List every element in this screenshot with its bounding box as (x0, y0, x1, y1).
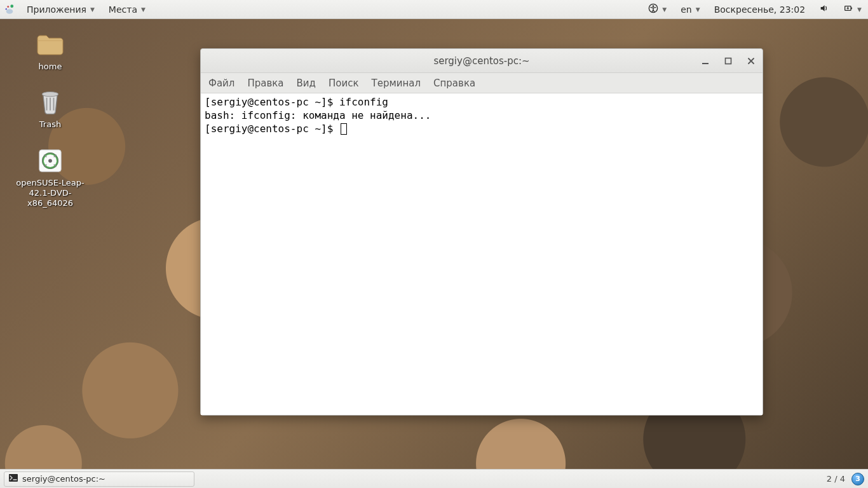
terminal-cursor (341, 123, 347, 135)
clock-label[interactable]: Воскресенье, 23:02 (712, 0, 808, 19)
terminal-line: [sergiy@centos-pc ~]$ ifconfig (205, 96, 388, 108)
terminal-body[interactable]: [sergiy@centos-pc ~]$ ifconfig bash: ifc… (201, 93, 763, 415)
minimize-icon (702, 57, 709, 65)
iso-file-icon[interactable]: openSUSE-Leap-42.1-DVD-x86_64026 (9, 146, 92, 209)
folder-icon (35, 29, 65, 60)
chevron-down-icon: ▼ (857, 6, 862, 13)
workspace-indicator[interactable]: 2 / 4 (827, 474, 845, 484)
disc-image-icon (35, 146, 65, 176)
gnome-logo-icon (4, 4, 15, 15)
terminal-line: [sergiy@centos-pc ~]$ (205, 123, 339, 135)
battery-icon (843, 3, 853, 15)
home-folder-label: home (39, 62, 62, 72)
places-menu-label: Места (109, 4, 137, 15)
taskbar-window-button[interactable]: sergiy@centos-pc:~ (4, 471, 194, 487)
chevron-down-icon: ▼ (90, 6, 95, 13)
battery-menu[interactable]: ▼ (841, 0, 864, 19)
chevron-down-icon: ▼ (696, 6, 700, 13)
accessibility-icon (648, 3, 658, 15)
menu-view[interactable]: Вид (295, 76, 317, 90)
volume-icon (819, 3, 829, 15)
svg-point-12 (48, 159, 52, 163)
svg-rect-15 (9, 474, 18, 482)
trash-icon[interactable]: Trash (9, 87, 92, 130)
svg-point-0 (10, 4, 13, 8)
taskbar-window-label: sergiy@centos-pc:~ (22, 474, 105, 484)
window-titlebar[interactable]: sergiy@centos-pc:~ (201, 49, 763, 73)
menu-edit[interactable]: Правка (246, 76, 285, 90)
maximize-button[interactable] (721, 53, 736, 69)
trash-label: Trash (39, 119, 61, 130)
keyboard-layout-menu[interactable]: en ▼ (678, 0, 702, 19)
trash-bin-icon (35, 87, 65, 118)
top-panel: Приложения ▼ Места ▼ ▼ en ▼ Воскресенье,… (0, 0, 868, 19)
svg-point-3 (6, 9, 13, 14)
applications-menu[interactable]: Приложения ▼ (24, 0, 97, 19)
minimize-button[interactable] (698, 53, 713, 69)
menu-help[interactable]: Справка (432, 76, 477, 90)
svg-point-2 (6, 8, 7, 10)
terminal-window: sergiy@centos-pc:~ Файл Правка Вид Поиск… (200, 48, 763, 416)
menu-search[interactable]: Поиск (327, 76, 360, 90)
menu-terminal[interactable]: Терминал (370, 76, 422, 90)
svg-rect-14 (726, 58, 731, 64)
accessibility-menu[interactable]: ▼ (646, 0, 669, 19)
maximize-icon (724, 57, 732, 65)
menu-file[interactable]: Файл (207, 76, 236, 90)
terminal-line: bash: ifconfig: команда не найдена... (205, 109, 431, 121)
svg-point-5 (653, 5, 654, 7)
applications-menu-label: Приложения (27, 4, 86, 15)
desktop-icons: home Trash openSUSE-Leap-42.1-DVD-x86_64… (9, 29, 92, 208)
notification-badge[interactable]: 3 (851, 473, 864, 485)
home-folder-icon[interactable]: home (9, 29, 92, 72)
iso-file-label: openSUSE-Leap-42.1-DVD-x86_64026 (9, 178, 92, 209)
svg-rect-13 (702, 63, 709, 64)
terminal-app-icon (8, 473, 18, 485)
chevron-down-icon: ▼ (141, 6, 146, 13)
bottom-panel: sergiy@centos-pc:~ 2 / 4 3 (0, 469, 868, 488)
terminal-menubar: Файл Правка Вид Поиск Терминал Справка (201, 73, 763, 93)
close-button[interactable] (743, 53, 759, 69)
chevron-down-icon: ▼ (662, 6, 667, 13)
keyboard-layout-label: en (681, 4, 692, 15)
volume-menu[interactable] (817, 0, 832, 19)
places-menu[interactable]: Места ▼ (106, 0, 148, 19)
close-icon (747, 57, 755, 65)
svg-point-1 (7, 6, 9, 8)
svg-point-8 (42, 92, 58, 97)
svg-rect-7 (851, 8, 852, 10)
window-title: sergiy@centos-pc:~ (433, 55, 529, 67)
